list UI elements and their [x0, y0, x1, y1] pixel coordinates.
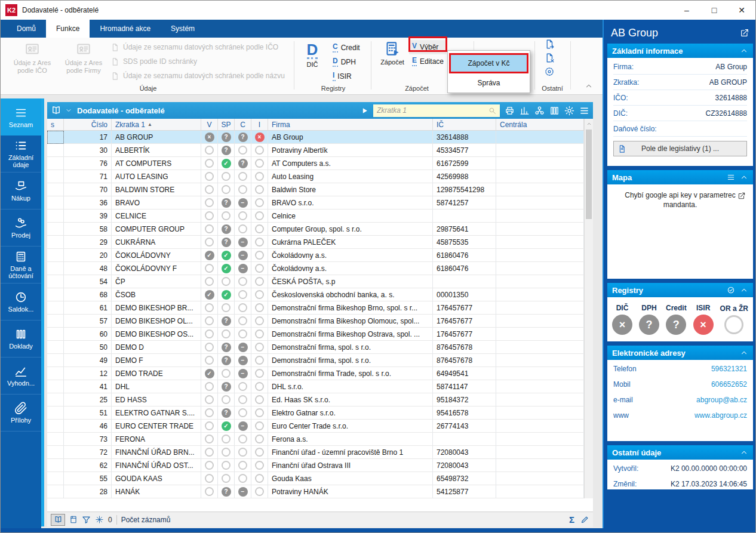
chevron-up-icon[interactable] [740, 448, 748, 457]
table-row[interactable]: 50DEMO D?−Demonstrační firma, spol. s r.… [47, 341, 584, 354]
column-header-centr-la[interactable]: Centrála [496, 119, 584, 130]
tab-dom-[interactable]: Domů [7, 20, 46, 38]
table-row[interactable]: 36BRAVO?−BRAVO s.r.o.58741257 [47, 196, 584, 209]
section-header-other[interactable]: Ostatní údaje [607, 445, 753, 460]
row-selector-cell[interactable] [47, 406, 64, 420]
open-external-icon[interactable] [740, 28, 749, 38]
row-selector-cell[interactable] [47, 249, 64, 262]
sidebar-item-z-kladn-daje[interactable]: Základní údaje [1, 135, 41, 172]
snowflake-icon[interactable] [95, 515, 104, 524]
table-row[interactable]: 62FINANČNÍ ÚŘAD OST...Finanční úřad Ostr… [47, 459, 584, 472]
search-input[interactable] [377, 106, 488, 115]
scrollbar-thumb[interactable] [586, 130, 592, 219]
row-selector-cell[interactable] [47, 354, 64, 367]
table-row[interactable]: 60DEMO BIKESHOP OS...Demonstrační firma … [47, 328, 584, 341]
menu-item-spr-va[interactable]: Správa [449, 75, 528, 91]
pole-dle-legislativy-button[interactable]: Pole dle legislativy (1) ... [613, 141, 747, 156]
row-selector-cell[interactable] [47, 315, 64, 328]
table-row[interactable]: 51ELEKTRO GATNAR S....?Elektro Gatnar s.… [47, 406, 584, 420]
table-row[interactable]: 58COMPUTER GROUP?Computer Group, spol. s… [47, 223, 584, 236]
table-row[interactable]: 68ČSOB✓✓Československá obchodní banka, a… [47, 288, 584, 301]
document-remove-icon[interactable] [544, 53, 555, 63]
table-row[interactable]: 55GOUDA KAASGouda Kaas65498732 [47, 472, 584, 485]
row-selector-cell[interactable] [47, 170, 64, 183]
table-row[interactable]: 12DEMO TRADE✓−Demonstrační firma Trade, … [47, 367, 584, 380]
sidebar-item-p-lohy[interactable]: Přílohy [1, 395, 41, 432]
row-selector-cell[interactable] [47, 485, 64, 498]
auto-circle-icon[interactable] [544, 66, 555, 77]
table-row[interactable]: 39CELNICECelnice [47, 209, 584, 223]
column-header-c[interactable]: C [235, 119, 251, 130]
sum-icon[interactable]: Σ [569, 514, 574, 525]
row-selector-cell[interactable] [47, 275, 64, 288]
chevron-up-icon[interactable] [740, 286, 748, 294]
column-header-sp[interactable]: SP [218, 119, 235, 130]
open-external-icon[interactable] [737, 192, 746, 200]
table-row[interactable]: 61DEMO BIKESHOP BR...Demonstrační firma … [47, 301, 584, 315]
table-row[interactable]: 70BALDWIN STOREBaldwin Store129875541298 [47, 183, 584, 196]
row-selector-cell[interactable] [47, 236, 64, 249]
menu-icon[interactable] [579, 106, 589, 116]
table-row[interactable]: 76AT COMPUTERS✓?AT Computers a.s.6167259… [47, 157, 584, 170]
collapse-ribbon-icon[interactable] [585, 82, 593, 90]
field-value-link[interactable]: 596321321 [711, 365, 747, 373]
sidebar-item-doklady[interactable]: Doklady [1, 321, 41, 358]
row-selector-cell[interactable] [47, 301, 64, 315]
tab-funkce[interactable]: Funkce [46, 20, 90, 38]
list-menu-icon[interactable] [727, 173, 735, 181]
tab-syst-m[interactable]: Systém [161, 20, 205, 38]
row-selector-cell[interactable] [47, 367, 64, 380]
table-row[interactable]: 20ČOKOLÁDOVNY✓✓−Čokoládovny a.s.61860476 [47, 249, 584, 262]
column-header-zkratka-1[interactable]: Zkratka 1▲ [112, 119, 201, 130]
section-header-map[interactable]: Mapa [607, 170, 753, 184]
row-selector-cell[interactable] [47, 420, 64, 433]
filter-icon[interactable] [82, 515, 91, 524]
share-icon[interactable] [534, 106, 545, 116]
section-header-basic-info[interactable]: Základní informace [607, 44, 753, 58]
sidebar-item-vyhodn-[interactable]: Vyhodn... [1, 358, 41, 395]
vertical-scrollbar[interactable] [584, 119, 593, 498]
column-header-s[interactable]: s [47, 119, 64, 130]
table-row[interactable]: 41DHL?DHL s.r.o.58741147 [47, 380, 584, 393]
row-selector-cell[interactable] [47, 472, 64, 485]
table-row[interactable]: 46EURO CENTER TRADE✓−Euro Center Trade s… [47, 420, 584, 433]
maximize-button[interactable]: □ [700, 1, 728, 20]
row-selector-cell[interactable] [47, 459, 64, 472]
chevron-up-icon[interactable] [740, 47, 748, 55]
row-selector-cell[interactable] [47, 223, 64, 236]
field-value-link[interactable]: 606652652 [711, 380, 747, 389]
table-row[interactable]: 30ALBERTÍK?Potraviny Albertík45334577 [47, 144, 584, 157]
print-icon[interactable] [505, 106, 515, 116]
minimize-button[interactable]: – [673, 1, 700, 20]
sidebar-item-dan-a-tov-n-[interactable]: Daně a účtování [1, 247, 41, 284]
columns-icon[interactable] [549, 106, 560, 116]
table-row[interactable]: 49DEMO F?−Demonstrační firma, spol. s r.… [47, 354, 584, 367]
column-header--slo[interactable]: Číslo [64, 119, 112, 130]
zapocet-item-vbr[interactable]: VVýběr [409, 40, 447, 54]
pencil-icon[interactable] [580, 515, 589, 524]
chart-icon[interactable] [520, 106, 530, 116]
sidebar-splitter[interactable] [41, 98, 44, 526]
tab-hromadn-akce[interactable]: Hromadné akce [90, 20, 161, 38]
check-circle-icon[interactable] [727, 286, 735, 294]
chevron-up-icon[interactable] [740, 173, 748, 181]
column-header-i[interactable]: I [251, 119, 268, 130]
row-selector-cell[interactable] [47, 328, 64, 341]
row-selector-cell[interactable] [47, 446, 64, 459]
row-selector-cell[interactable] [47, 183, 64, 196]
book-view-button[interactable] [51, 514, 65, 526]
menu-item-z-po-et-v-k-[interactable]: Zápočet v Kč [449, 53, 528, 73]
card-view-icon[interactable] [69, 515, 78, 524]
row-selector-cell[interactable] [47, 157, 64, 170]
table-row[interactable]: 54ČPČESKÁ POŠTA, s.p [47, 275, 584, 288]
section-header-addresses[interactable]: Elektronické adresy [607, 346, 753, 360]
table-row[interactable]: 48ČOKOLÁDOVNY F✓−Čokoládovny a.s.6186047… [47, 262, 584, 275]
zapocet-button[interactable]: Zápočet [376, 39, 409, 66]
registry-item-credit[interactable]: CCredit [330, 41, 363, 55]
book-icon[interactable] [51, 105, 62, 116]
scroll-up-button[interactable] [585, 119, 593, 128]
row-selector-cell[interactable] [47, 209, 64, 223]
column-header-i-[interactable]: IČ [433, 119, 496, 130]
sidebar-item-n-kup[interactable]: Nákup [1, 172, 41, 209]
document-export-icon[interactable] [544, 39, 555, 50]
